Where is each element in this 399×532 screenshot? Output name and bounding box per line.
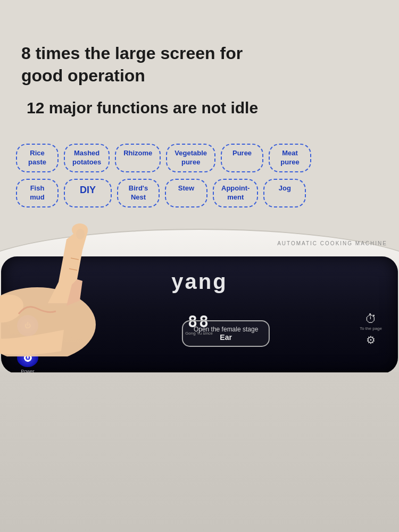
func-rice-paste[interactable]: Ricepaste	[16, 144, 59, 172]
yang-watermark: yang	[171, 270, 227, 294]
machine-body	[0, 372, 399, 532]
hand-container	[0, 186, 176, 359]
brand-text: AUTOMATIC COOKING MACHINE	[277, 240, 387, 246]
func-puree[interactable]: Puree	[221, 144, 263, 172]
func-meat-puree[interactable]: Meatpuree	[269, 144, 311, 172]
clock-label: To the page	[360, 326, 382, 331]
page: 8 times the large screen for good operat…	[0, 0, 399, 532]
headline-1: 8 times the large screen for good operat…	[21, 43, 378, 87]
functions-row-1: Ricepaste Mashedpotatoes Rhizome Vegetab…	[16, 144, 383, 172]
extra-icon: ⚙	[366, 334, 376, 346]
headline-2: 12 major functions are not idle	[27, 97, 378, 118]
func-rhizome[interactable]: Rhizome	[115, 144, 161, 172]
display-box-line2: Ear	[194, 333, 258, 342]
clock-section: ⏱ To the page ⚙	[360, 312, 382, 346]
clock-icon: ⏱	[365, 312, 377, 326]
hand-svg	[0, 186, 176, 356]
top-text-section: 8 times the large screen for good operat…	[21, 43, 378, 118]
svg-point-5	[76, 229, 85, 239]
display-box: Open the female stage Ear	[182, 320, 270, 347]
display-box-line1: Open the female stage	[194, 326, 258, 333]
func-vegetable-puree[interactable]: Vegetablepuree	[166, 144, 215, 172]
func-appointment[interactable]: Appoint-ment	[213, 179, 258, 207]
func-jog[interactable]: Jog	[263, 179, 306, 207]
func-mashed-potatoes[interactable]: Mashedpotatoes	[64, 144, 110, 172]
